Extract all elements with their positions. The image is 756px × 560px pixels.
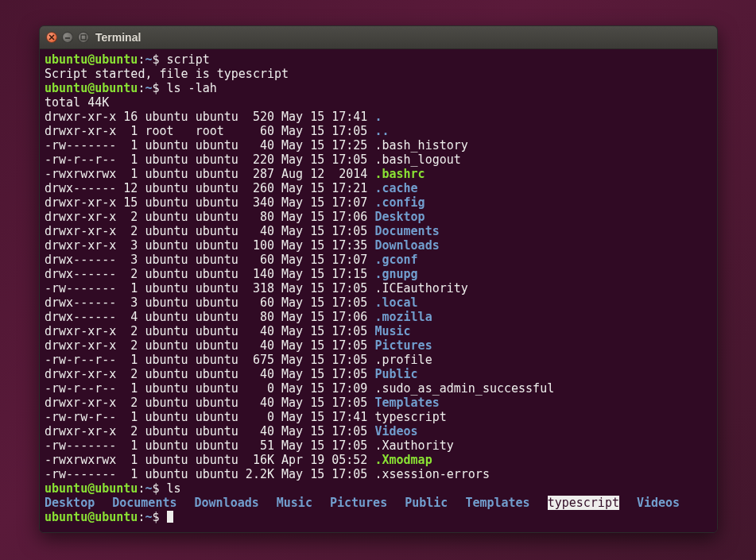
- prompt-userhost: ubuntu@ubuntu: [45, 481, 138, 496]
- close-button[interactable]: [46, 32, 57, 43]
- ls-row: -rw-r--r-- 1 ubuntu ubuntu 220 May 15 17…: [45, 153, 712, 167]
- ls-row: drwxr-xr-x 2 ubuntu ubuntu 80 May 15 17:…: [45, 210, 712, 224]
- ls-row: drwx------ 3 ubuntu ubuntu 60 May 15 17:…: [45, 253, 712, 267]
- file-name: .Xauthority: [374, 438, 453, 453]
- file-name: ..: [374, 124, 389, 138]
- output-line: total 44K: [45, 95, 712, 110]
- file-name: .gconf: [374, 253, 417, 267]
- prompt-userhost: ubuntu@ubuntu: [45, 81, 138, 95]
- file-name: .ICEauthority: [374, 281, 467, 295]
- file-name: .profile: [374, 353, 432, 367]
- ls-row: -rwxrwxrwx 1 ubuntu ubuntu 287 Aug 12 20…: [45, 167, 712, 181]
- command-line: ubuntu@ubuntu:~$: [45, 510, 712, 524]
- ls-item: typescript: [548, 496, 619, 510]
- ls-item: Downloads: [195, 496, 259, 510]
- window-buttons: [46, 32, 89, 43]
- ls-item: Desktop: [45, 496, 95, 510]
- cursor: [167, 511, 173, 523]
- ls-item: Music: [277, 496, 312, 510]
- prompt-userhost: ubuntu@ubuntu: [45, 510, 138, 524]
- ls-row: drwxr-xr-x 3 ubuntu ubuntu 100 May 15 17…: [45, 238, 712, 253]
- output-line: Script started, file is typescript: [45, 67, 712, 81]
- prompt-userhost: ubuntu@ubuntu: [45, 52, 138, 67]
- file-name: Desktop: [374, 210, 425, 224]
- prompt-sigil: $: [152, 481, 159, 496]
- ls-item: Documents: [112, 496, 176, 510]
- ls-row: drwxr-xr-x 2 ubuntu ubuntu 40 May 15 17:…: [45, 424, 712, 438]
- ls-row: -rw------- 1 ubuntu ubuntu 51 May 15 17:…: [45, 438, 712, 453]
- file-name: typescript: [374, 410, 446, 424]
- file-name: .: [374, 110, 382, 124]
- prompt-sigil: $: [152, 81, 159, 95]
- ls-item: Pictures: [330, 496, 387, 510]
- ls-row: drwxr-xr-x 2 ubuntu ubuntu 40 May 15 17:…: [45, 324, 712, 338]
- ls-row: -rw------- 1 ubuntu ubuntu 40 May 15 17:…: [45, 138, 712, 153]
- ls-row: -rw------- 1 ubuntu ubuntu 2.2K May 15 1…: [45, 467, 712, 481]
- file-name: Templates: [374, 396, 439, 410]
- svg-rect-0: [81, 35, 86, 40]
- command-line: ubuntu@ubuntu:~$ ls: [45, 481, 712, 496]
- file-name: Documents: [374, 224, 439, 238]
- typed-command: ls -lah: [167, 81, 217, 95]
- ls-row: drwx------ 2 ubuntu ubuntu 140 May 15 17…: [45, 267, 712, 281]
- titlebar[interactable]: Terminal: [40, 26, 717, 49]
- prompt-sigil: $: [152, 52, 159, 67]
- ls-row: drwxr-xr-x 2 ubuntu ubuntu 40 May 15 17:…: [45, 224, 712, 238]
- file-name: .cache: [374, 181, 417, 195]
- ls-row: drwxr-xr-x 2 ubuntu ubuntu 40 May 15 17:…: [45, 367, 712, 381]
- ls-row: drwxr-xr-x 15 ubuntu ubuntu 340 May 15 1…: [45, 195, 712, 210]
- terminal-output[interactable]: ubuntu@ubuntu:~$ scriptScript started, f…: [40, 49, 717, 532]
- minimize-icon: [64, 34, 71, 41]
- file-name: .Xmodmap: [374, 453, 432, 467]
- ls-short-line: DesktopDocumentsDownloadsMusicPicturesPu…: [45, 496, 712, 510]
- file-name: Music: [374, 324, 410, 338]
- file-name: .local: [374, 295, 417, 310]
- file-name: .bash_history: [374, 138, 467, 153]
- typed-command: ls: [167, 481, 181, 496]
- maximize-button[interactable]: [78, 32, 89, 43]
- ls-row: -rw-r--r-- 1 ubuntu ubuntu 0 May 15 17:0…: [45, 381, 712, 396]
- file-name: .sudo_as_admin_successful: [374, 381, 554, 396]
- maximize-icon: [80, 34, 87, 41]
- file-name: .bash_logout: [374, 153, 460, 167]
- ls-row: drwx------ 3 ubuntu ubuntu 60 May 15 17:…: [45, 295, 712, 310]
- typed-command: script: [167, 52, 210, 67]
- ls-row: -rw------- 1 ubuntu ubuntu 318 May 15 17…: [45, 281, 712, 295]
- ls-item: Templates: [465, 496, 529, 510]
- file-name: Pictures: [374, 338, 432, 353]
- terminal-window: Terminal ubuntu@ubuntu:~$ scriptScript s…: [39, 25, 718, 533]
- file-name: .xsession-errors: [374, 467, 490, 481]
- file-name: .mozilla: [374, 310, 432, 324]
- command-line: ubuntu@ubuntu:~$ script: [45, 52, 712, 67]
- prompt-sigil: $: [152, 510, 159, 524]
- file-name: .bashrc: [374, 167, 425, 181]
- ls-row: -rw-r--r-- 1 ubuntu ubuntu 675 May 15 17…: [45, 353, 712, 367]
- window-title: Terminal: [95, 31, 141, 44]
- file-name: Public: [374, 367, 417, 381]
- ls-row: drwxr-xr-x 2 ubuntu ubuntu 40 May 15 17:…: [45, 338, 712, 353]
- ls-item: Videos: [637, 496, 680, 510]
- file-name: .gnupg: [374, 267, 417, 281]
- close-icon: [48, 34, 55, 41]
- ls-row: drwxr-xr-x 1 root root 60 May 15 17:05 .…: [45, 124, 712, 138]
- ls-row: drwx------ 4 ubuntu ubuntu 80 May 15 17:…: [45, 310, 712, 324]
- file-name: Downloads: [374, 238, 439, 253]
- file-name: Videos: [374, 424, 417, 438]
- ls-row: drwx------ 12 ubuntu ubuntu 260 May 15 1…: [45, 181, 712, 195]
- ls-row: -rwxrwxrwx 1 ubuntu ubuntu 16K Apr 19 05…: [45, 453, 712, 467]
- ls-row: -rw-rw-r-- 1 ubuntu ubuntu 0 May 15 17:4…: [45, 410, 712, 424]
- ls-item: Public: [405, 496, 448, 510]
- file-name: .config: [374, 195, 425, 210]
- ls-row: drwxr-xr-x 16 ubuntu ubuntu 520 May 15 1…: [45, 110, 712, 124]
- minimize-button[interactable]: [62, 32, 73, 43]
- command-line: ubuntu@ubuntu:~$ ls -lah: [45, 81, 712, 95]
- ls-row: drwxr-xr-x 2 ubuntu ubuntu 40 May 15 17:…: [45, 396, 712, 410]
